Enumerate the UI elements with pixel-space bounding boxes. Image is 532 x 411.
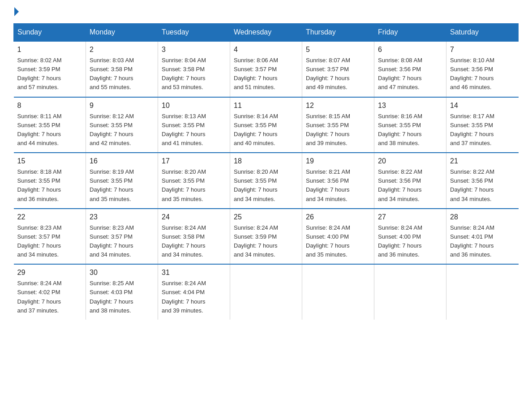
logo-text [13, 9, 19, 16]
day-info: Sunrise: 8:24 AMSunset: 3:58 PMDaylight:… [162, 223, 226, 260]
header-cell-saturday: Saturday [446, 24, 519, 42]
day-cell [230, 264, 302, 320]
day-cell: 8Sunrise: 8:11 AMSunset: 3:55 PMDaylight… [14, 97, 86, 153]
day-info: Sunrise: 8:25 AMSunset: 4:03 PMDaylight:… [90, 279, 154, 315]
day-cell: 19Sunrise: 8:21 AMSunset: 3:56 PMDayligh… [302, 153, 374, 209]
day-number: 23 [90, 212, 154, 223]
page-header [13, 9, 519, 16]
day-number: 12 [306, 100, 370, 111]
day-number: 15 [17, 156, 82, 167]
day-info: Sunrise: 8:23 AMSunset: 3:57 PMDaylight:… [90, 223, 154, 260]
day-number: 30 [90, 267, 154, 278]
day-number: 8 [17, 100, 82, 111]
day-cell: 14Sunrise: 8:17 AMSunset: 3:55 PMDayligh… [446, 97, 519, 153]
day-cell: 10Sunrise: 8:13 AMSunset: 3:55 PMDayligh… [158, 97, 230, 153]
day-cell: 9Sunrise: 8:12 AMSunset: 3:55 PMDaylight… [86, 97, 158, 153]
day-cell: 1Sunrise: 8:02 AMSunset: 3:59 PMDaylight… [14, 41, 86, 97]
day-info: Sunrise: 8:08 AMSunset: 3:56 PMDaylight:… [378, 56, 442, 92]
week-row-4: 22Sunrise: 8:23 AMSunset: 3:57 PMDayligh… [14, 209, 519, 265]
day-cell [374, 264, 446, 320]
day-info: Sunrise: 8:21 AMSunset: 3:56 PMDaylight:… [306, 167, 370, 204]
day-info: Sunrise: 8:22 AMSunset: 3:56 PMDaylight:… [378, 167, 442, 204]
day-cell: 16Sunrise: 8:19 AMSunset: 3:55 PMDayligh… [86, 153, 158, 209]
day-number: 2 [90, 44, 154, 55]
day-number: 4 [234, 44, 298, 55]
header-cell-friday: Friday [374, 24, 446, 42]
week-row-5: 29Sunrise: 8:24 AMSunset: 4:02 PMDayligh… [14, 264, 519, 320]
header-row: SundayMondayTuesdayWednesdayThursdayFrid… [14, 24, 519, 42]
day-number: 6 [378, 44, 442, 55]
day-info: Sunrise: 8:12 AMSunset: 3:55 PMDaylight:… [90, 112, 154, 148]
header-cell-thursday: Thursday [302, 24, 374, 42]
day-number: 17 [162, 156, 226, 167]
day-number: 7 [450, 44, 515, 55]
week-row-1: 1Sunrise: 8:02 AMSunset: 3:59 PMDaylight… [14, 41, 519, 97]
calendar-table: SundayMondayTuesdayWednesdayThursdayFrid… [13, 23, 519, 320]
day-number: 13 [378, 100, 442, 111]
day-info: Sunrise: 8:24 AMSunset: 4:02 PMDaylight:… [17, 279, 82, 315]
day-info: Sunrise: 8:07 AMSunset: 3:57 PMDaylight:… [306, 56, 370, 92]
day-cell [302, 264, 374, 320]
day-info: Sunrise: 8:24 AMSunset: 4:04 PMDaylight:… [162, 279, 226, 315]
day-number: 18 [234, 156, 298, 167]
day-number: 3 [162, 44, 226, 55]
day-number: 27 [378, 212, 442, 223]
day-number: 5 [306, 44, 370, 55]
day-number: 11 [234, 100, 298, 111]
day-number: 10 [162, 100, 226, 111]
day-info: Sunrise: 8:10 AMSunset: 3:56 PMDaylight:… [450, 56, 515, 92]
day-cell: 21Sunrise: 8:22 AMSunset: 3:56 PMDayligh… [446, 153, 519, 209]
day-info: Sunrise: 8:16 AMSunset: 3:55 PMDaylight:… [378, 112, 442, 148]
day-number: 24 [162, 212, 226, 223]
day-cell: 20Sunrise: 8:22 AMSunset: 3:56 PMDayligh… [374, 153, 446, 209]
day-cell: 3Sunrise: 8:04 AMSunset: 3:58 PMDaylight… [158, 41, 230, 97]
day-info: Sunrise: 8:11 AMSunset: 3:55 PMDaylight:… [17, 112, 82, 148]
day-number: 28 [450, 212, 515, 223]
day-cell: 13Sunrise: 8:16 AMSunset: 3:55 PMDayligh… [374, 97, 446, 153]
day-number: 16 [90, 156, 154, 167]
week-row-2: 8Sunrise: 8:11 AMSunset: 3:55 PMDaylight… [14, 97, 519, 153]
header-cell-monday: Monday [86, 24, 158, 42]
day-number: 21 [450, 156, 515, 167]
day-info: Sunrise: 8:24 AMSunset: 3:59 PMDaylight:… [234, 223, 298, 260]
day-number: 31 [162, 267, 226, 278]
day-number: 1 [17, 44, 82, 55]
day-cell: 15Sunrise: 8:18 AMSunset: 3:55 PMDayligh… [14, 153, 86, 209]
day-cell: 2Sunrise: 8:03 AMSunset: 3:58 PMDaylight… [86, 41, 158, 97]
day-info: Sunrise: 8:04 AMSunset: 3:58 PMDaylight:… [162, 56, 226, 92]
logo [13, 9, 19, 16]
header-cell-wednesday: Wednesday [230, 24, 302, 42]
day-info: Sunrise: 8:24 AMSunset: 4:01 PMDaylight:… [450, 223, 515, 260]
day-cell: 23Sunrise: 8:23 AMSunset: 3:57 PMDayligh… [86, 209, 158, 265]
day-info: Sunrise: 8:23 AMSunset: 3:57 PMDaylight:… [17, 223, 82, 260]
calendar-body: 1Sunrise: 8:02 AMSunset: 3:59 PMDaylight… [14, 41, 519, 320]
day-info: Sunrise: 8:20 AMSunset: 3:55 PMDaylight:… [234, 167, 298, 204]
day-info: Sunrise: 8:20 AMSunset: 3:55 PMDaylight:… [162, 167, 226, 204]
day-cell [446, 264, 519, 320]
day-info: Sunrise: 8:15 AMSunset: 3:55 PMDaylight:… [306, 112, 370, 148]
day-number: 20 [378, 156, 442, 167]
day-cell: 18Sunrise: 8:20 AMSunset: 3:55 PMDayligh… [230, 153, 302, 209]
day-info: Sunrise: 8:14 AMSunset: 3:55 PMDaylight:… [234, 112, 298, 148]
day-number: 29 [17, 267, 82, 278]
calendar-header: SundayMondayTuesdayWednesdayThursdayFrid… [14, 24, 519, 42]
day-info: Sunrise: 8:02 AMSunset: 3:59 PMDaylight:… [17, 56, 82, 92]
day-info: Sunrise: 8:24 AMSunset: 4:00 PMDaylight:… [306, 223, 370, 260]
day-info: Sunrise: 8:06 AMSunset: 3:57 PMDaylight:… [234, 56, 298, 92]
day-cell: 31Sunrise: 8:24 AMSunset: 4:04 PMDayligh… [158, 264, 230, 320]
day-cell: 30Sunrise: 8:25 AMSunset: 4:03 PMDayligh… [86, 264, 158, 320]
day-cell: 24Sunrise: 8:24 AMSunset: 3:58 PMDayligh… [158, 209, 230, 265]
day-cell: 25Sunrise: 8:24 AMSunset: 3:59 PMDayligh… [230, 209, 302, 265]
day-number: 9 [90, 100, 154, 111]
header-cell-sunday: Sunday [14, 24, 86, 42]
logo-triangle-icon [14, 7, 19, 16]
day-number: 22 [17, 212, 82, 223]
day-cell: 17Sunrise: 8:20 AMSunset: 3:55 PMDayligh… [158, 153, 230, 209]
week-row-3: 15Sunrise: 8:18 AMSunset: 3:55 PMDayligh… [14, 153, 519, 209]
day-cell: 11Sunrise: 8:14 AMSunset: 3:55 PMDayligh… [230, 97, 302, 153]
day-info: Sunrise: 8:17 AMSunset: 3:55 PMDaylight:… [450, 112, 515, 148]
day-cell: 6Sunrise: 8:08 AMSunset: 3:56 PMDaylight… [374, 41, 446, 97]
day-info: Sunrise: 8:24 AMSunset: 4:00 PMDaylight:… [378, 223, 442, 260]
day-cell: 7Sunrise: 8:10 AMSunset: 3:56 PMDaylight… [446, 41, 519, 97]
day-cell: 27Sunrise: 8:24 AMSunset: 4:00 PMDayligh… [374, 209, 446, 265]
